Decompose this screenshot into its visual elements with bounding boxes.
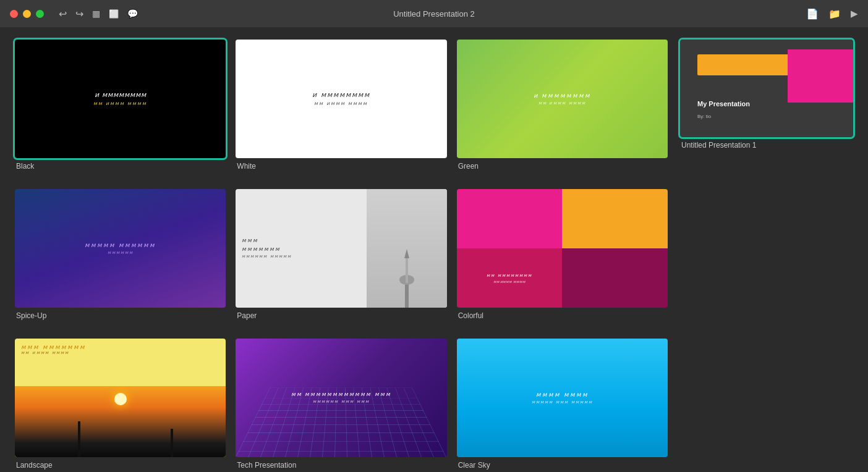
svg-rect-2	[406, 258, 408, 283]
template-label-clearsky: Clear Sky	[457, 461, 668, 470]
titlebar: ↩ ↪ ▦ ⬜ 💬 Untitled Presentation 2 📄 📁 ▶	[0, 0, 868, 27]
template-label-colorful: Colorful	[457, 311, 668, 320]
comment-icon[interactable]: 💬	[127, 9, 138, 19]
template-label-landscape: Landscape	[15, 461, 226, 470]
landscape-sun	[114, 393, 127, 405]
template-grid: ᴎ ᴍᴍᴍᴍᴍᴍᴍᴍ ᴍᴍ ᴎᴍᴍᴍ ᴍᴍᴍᴍ Black ᴎ ᴍᴍᴍᴍᴍᴍᴍᴍ…	[15, 40, 668, 460]
undo-icon[interactable]: ↩	[59, 8, 67, 20]
template-thumb-colorful[interactable]: ᴍᴍ ᴍᴍᴍᴍᴍᴍᴍᴍ ᴍᴍ ᴎᴍᴍᴍ ᴍᴍᴍᴍ	[457, 189, 668, 308]
titlebar-controls: ↩ ↪ ▦ ⬜ 💬	[59, 8, 138, 20]
template-label-green: Green	[457, 162, 668, 171]
colorful-bottom-right	[562, 248, 668, 308]
template-thumb-paper[interactable]: ᴍᴍᴍ ᴍᴍᴍᴍᴍᴍᴍ ᴍᴍᴍᴍᴍᴍ ᴍᴍᴍᴍᴍ	[236, 189, 446, 308]
landscape-subtitle: ᴍᴍ ᴎᴍᴍᴍ ᴍᴍᴍᴍ	[21, 350, 219, 355]
recent-thumb-1[interactable]: My Presentation By: tio	[680, 40, 853, 137]
template-thumb-clearsky[interactable]: ᴍᴍᴍᴍ ᴍᴍᴍᴍ ᴍᴍᴍᴍᴍ ᴍᴍᴍ ᴍᴍᴍᴍᴍ	[457, 339, 668, 457]
template-item-paper[interactable]: ᴍᴍᴍ ᴍᴍᴍᴍᴍᴍᴍ ᴍᴍᴍᴍᴍᴍ ᴍᴍᴍᴍᴍ Paper	[236, 189, 446, 320]
document-icon[interactable]: 📄	[806, 8, 819, 20]
main-content: ᴎ ᴍᴍᴍᴍᴍᴍᴍᴍ ᴍᴍ ᴎᴍᴍᴍ ᴍᴍᴍᴍ Black ᴎ ᴍᴍᴍᴍᴍᴍᴍᴍ…	[0, 27, 868, 472]
redo-icon[interactable]: ↪	[75, 8, 83, 20]
thumb-paper-line1: ᴍᴍᴍ	[242, 237, 360, 243]
paper-image-area	[367, 189, 447, 308]
template-label-black: Black	[15, 162, 226, 171]
thumb-white-subtitle: ᴍᴍ ᴎᴍᴍᴍ ᴍᴍᴍᴍ	[314, 101, 368, 106]
clearsky-subtitle: ᴍᴍᴍᴍᴍ ᴍᴍᴍ ᴍᴍᴍᴍᴍ	[532, 400, 593, 405]
template-item-landscape[interactable]: ᴍᴍᴍ ᴍᴍᴍᴍᴍᴍᴍ ᴍᴍ ᴎᴍᴍᴍ ᴍᴍᴍᴍ Landscape	[15, 339, 226, 470]
recent-item-1[interactable]: My Presentation By: tio Untitled Present…	[680, 40, 853, 150]
mypres-title-text: My Presentation	[697, 100, 750, 107]
traffic-light-yellow[interactable]	[23, 10, 31, 18]
template-item-tech[interactable]: ᴍᴍ ᴍᴍᴍᴍᴍᴍᴍᴍᴍᴍᴍᴍ ᴍᴍᴍ ᴍᴍᴍᴍᴍᴍ ᴍᴍᴍ ᴍᴍᴍ Tech …	[236, 339, 446, 470]
template-label-spiceup: Spice-Up	[15, 311, 226, 320]
template-label-white: White	[236, 162, 446, 171]
template-thumb-landscape[interactable]: ᴍᴍᴍ ᴍᴍᴍᴍᴍᴍᴍ ᴍᴍ ᴎᴍᴍᴍ ᴍᴍᴍᴍ	[15, 339, 226, 457]
template-item-spiceup[interactable]: ᴍᴍᴍᴍᴍ ᴍᴍᴍᴍᴍᴍ ᴍᴍᴍᴍᴍᴍ Spice-Up	[15, 189, 226, 320]
template-item-black[interactable]: ᴎ ᴍᴍᴍᴍᴍᴍᴍᴍ ᴍᴍ ᴎᴍᴍᴍ ᴍᴍᴍᴍ Black	[15, 40, 226, 171]
thumb-black-subtitle: ᴍᴍ ᴎᴍᴍᴍ ᴍᴍᴍᴍ	[93, 101, 147, 106]
folder-icon[interactable]: 📁	[828, 8, 841, 20]
colorful-text-line2: ᴍᴍ ᴎᴍᴍᴍ ᴍᴍᴍᴍ	[487, 279, 532, 284]
template-item-clearsky[interactable]: ᴍᴍᴍᴍ ᴍᴍᴍᴍ ᴍᴍᴍᴍᴍ ᴍᴍᴍ ᴍᴍᴍᴍᴍ Clear Sky	[457, 339, 668, 470]
template-item-white[interactable]: ᴎ ᴍᴍᴍᴍᴍᴍᴍᴍ ᴍᴍ ᴎᴍᴍᴍ ᴍᴍᴍᴍ White	[236, 40, 446, 171]
tech-subtitle: ᴍᴍᴍᴍᴍᴍ ᴍᴍᴍ ᴍᴍᴍ	[313, 399, 370, 404]
colorful-text-line1: ᴍᴍ ᴍᴍᴍᴍᴍᴍᴍᴍ	[487, 273, 532, 278]
thumb-spiceup-subtitle: ᴍᴍᴍᴍᴍᴍ	[108, 250, 134, 255]
colorful-top-left	[457, 189, 563, 248]
thumb-green-title: ᴎ ᴍᴍᴍᴍᴍᴍᴍᴍ	[534, 92, 591, 99]
titlebar-right: 📄 📁 ▶	[806, 8, 858, 20]
template-thumb-spiceup[interactable]: ᴍᴍᴍᴍᴍ ᴍᴍᴍᴍᴍᴍ ᴍᴍᴍᴍᴍᴍ	[15, 189, 226, 308]
thumb-spiceup-title: ᴍᴍᴍᴍᴍ ᴍᴍᴍᴍᴍᴍ	[85, 242, 156, 248]
titlebar-left: ↩ ↪ ▦ ⬜ 💬	[10, 8, 138, 20]
thumb-green-subtitle: ᴍᴍ ᴎᴍᴍᴍ ᴍᴍᴍᴍ	[538, 101, 587, 106]
image-icon[interactable]: ⬜	[109, 9, 119, 19]
template-item-green[interactable]: ᴎ ᴍᴍᴍᴍᴍᴍᴍᴍ ᴍᴍ ᴎᴍᴍᴍ ᴍᴍᴍᴍ Green	[457, 40, 668, 171]
traffic-light-red[interactable]	[10, 10, 18, 18]
mypres-pink-block	[788, 49, 853, 103]
svg-marker-3	[404, 249, 409, 258]
colorful-bottom-left: ᴍᴍ ᴍᴍᴍᴍᴍᴍᴍᴍ ᴍᴍ ᴎᴍᴍᴍ ᴍᴍᴍᴍ	[457, 248, 563, 308]
paper-text-area: ᴍᴍᴍ ᴍᴍᴍᴍᴍᴍᴍ ᴍᴍᴍᴍᴍᴍ ᴍᴍᴍᴍᴍ	[236, 232, 367, 264]
landscape-text-area: ᴍᴍᴍ ᴍᴍᴍᴍᴍᴍᴍ ᴍᴍ ᴎᴍᴍᴍ ᴍᴍᴍᴍ	[21, 343, 219, 355]
thumb-paper-line2: ᴍᴍᴍᴍᴍᴍᴍ	[242, 246, 360, 252]
thumb-white-title: ᴎ ᴍᴍᴍᴍᴍᴍᴍᴍ	[312, 91, 370, 99]
template-thumb-green[interactable]: ᴎ ᴍᴍᴍᴍᴍᴍᴍᴍ ᴍᴍ ᴎᴍᴍᴍ ᴍᴍᴍᴍ	[457, 40, 668, 158]
mypres-subtitle-text: By: tio	[697, 114, 711, 119]
template-item-colorful[interactable]: ᴍᴍ ᴍᴍᴍᴍᴍᴍᴍᴍ ᴍᴍ ᴎᴍᴍᴍ ᴍᴍᴍᴍ Colorful	[457, 189, 668, 320]
tech-title: ᴍᴍ ᴍᴍᴍᴍᴍᴍᴍᴍᴍᴍᴍᴍ ᴍᴍᴍ	[291, 391, 391, 397]
play-icon[interactable]: ▶	[851, 8, 858, 19]
clearsky-title: ᴍᴍᴍᴍ ᴍᴍᴍᴍ	[536, 391, 589, 398]
colorful-top-right	[562, 189, 668, 248]
template-thumb-black[interactable]: ᴎ ᴍᴍᴍᴍᴍᴍᴍᴍ ᴍᴍ ᴎᴍᴍᴍ ᴍᴍᴍᴍ	[15, 40, 226, 158]
sidebar-recent: My Presentation By: tio Untitled Present…	[680, 40, 853, 460]
grid-icon[interactable]: ▦	[92, 9, 100, 19]
thumb-black-title: ᴎ ᴍᴍᴍᴍᴍᴍᴍᴍ	[95, 91, 147, 99]
template-label-tech: Tech Presentation	[236, 461, 446, 470]
recent-label-1: Untitled Presentation 1	[680, 141, 853, 150]
template-thumb-white[interactable]: ᴎ ᴍᴍᴍᴍᴍᴍᴍᴍ ᴍᴍ ᴎᴍᴍᴍ ᴍᴍᴍᴍ	[236, 40, 446, 158]
template-label-paper: Paper	[236, 311, 446, 320]
landscape-title: ᴍᴍᴍ ᴍᴍᴍᴍᴍᴍᴍ	[21, 343, 219, 350]
thumb-paper-line3: ᴍᴍᴍᴍᴍᴍ ᴍᴍᴍᴍᴍ	[242, 254, 360, 259]
traffic-light-green[interactable]	[36, 10, 44, 18]
landscape-photo	[15, 386, 226, 457]
svg-rect-0	[405, 283, 409, 308]
template-thumb-tech[interactable]: ᴍᴍ ᴍᴍᴍᴍᴍᴍᴍᴍᴍᴍᴍᴍ ᴍᴍᴍ ᴍᴍᴍᴍᴍᴍ ᴍᴍᴍ ᴍᴍᴍ	[236, 339, 446, 457]
mypres-orange-bar	[697, 54, 793, 76]
window-title: Untitled Presentation 2	[393, 9, 475, 19]
